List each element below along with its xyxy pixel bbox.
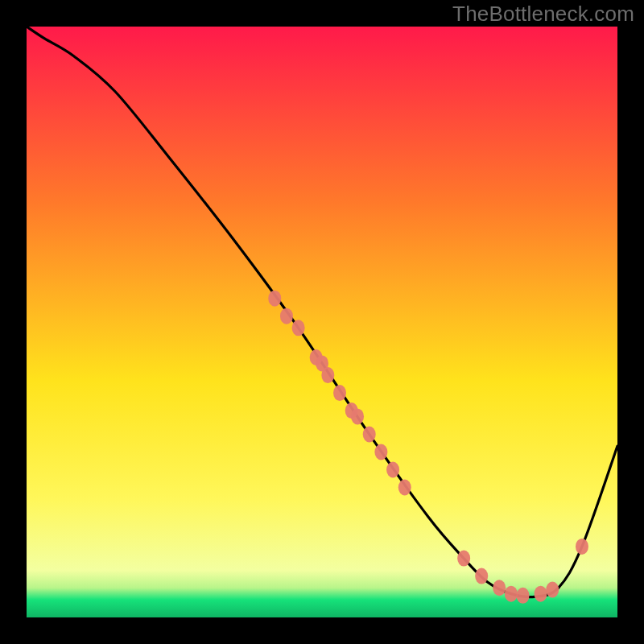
- data-marker: [268, 291, 281, 307]
- data-marker: [386, 462, 399, 478]
- chart-svg: [27, 27, 617, 617]
- data-marker: [517, 588, 530, 604]
- chart-plot: [27, 27, 617, 617]
- data-marker: [321, 367, 334, 383]
- data-marker: [546, 582, 559, 598]
- data-marker: [493, 580, 506, 596]
- plot-background: [27, 27, 617, 617]
- data-marker: [374, 444, 387, 460]
- data-marker: [292, 320, 305, 336]
- watermark-text: TheBottleneck.com: [452, 2, 634, 27]
- data-marker: [363, 426, 376, 442]
- data-marker: [475, 568, 488, 584]
- data-marker: [535, 586, 547, 602]
- data-marker: [351, 408, 364, 424]
- chart-frame: TheBottleneck.com: [0, 0, 644, 644]
- data-marker: [457, 551, 470, 567]
- data-marker: [505, 586, 518, 602]
- data-marker: [280, 308, 293, 324]
- data-marker: [333, 385, 346, 401]
- data-marker: [398, 480, 411, 496]
- data-marker: [576, 539, 588, 555]
- marker-group-right-point: [576, 539, 588, 555]
